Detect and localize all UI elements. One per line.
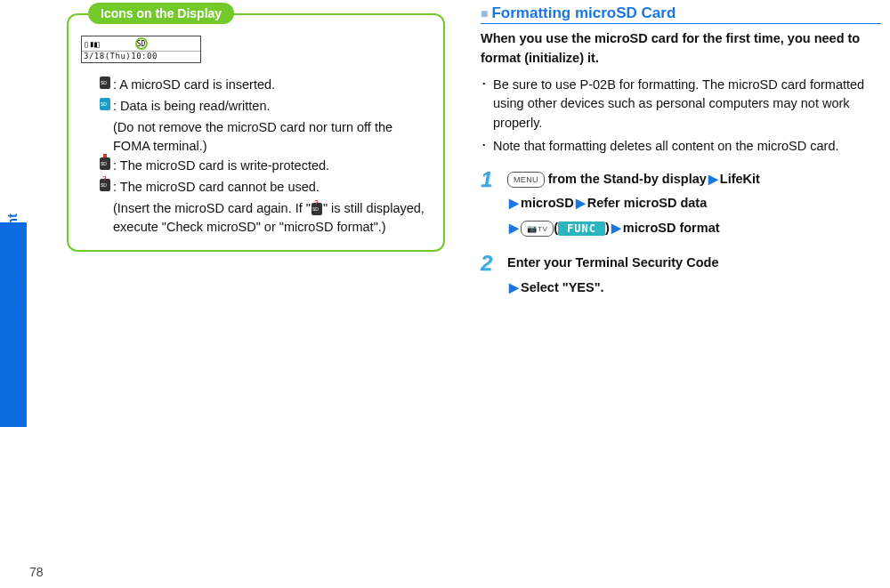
arrow-icon: ▶ [708,172,718,186]
step1-text1: from the Stand-by display [545,172,707,186]
legend-text: : The microSD card cannot be used. [113,178,431,197]
legend-sub: (Do not remove the microSD card nor turn… [113,118,431,157]
page-number: 78 [29,565,44,579]
step2-line2: Select "YES". [521,280,604,294]
bullet-text: Be sure to use P-02B for formatting. The… [493,76,881,133]
section-heading: ■Formatting microSD Card [481,4,881,24]
step-1: 1 from the Stand-by display▶LifeKit ▶mic… [481,167,881,241]
right-column: ■Formatting microSD Card When you use th… [481,4,881,309]
sd-error-inline-icon [312,203,322,215]
step2-line1: Enter your Terminal Security Code [507,255,718,270]
icon-legend: : A microSD card is inserted. : Data is … [97,76,431,238]
step1-lifekit: LifeKit [720,172,760,186]
bullet-dot: ･ [481,76,493,133]
step1-format: microSD format [623,221,720,235]
sd-inserted-icon [97,76,113,95]
sd-error-icon [97,178,113,197]
legend-sub: (Insert the microSD card again. If "" is… [113,199,431,238]
sd-highlighted-icon: SD [135,37,148,50]
side-section-label: More Convenient [4,213,20,322]
sd-readwrite-icon [97,97,113,117]
step1-microsd: microSD [521,196,574,210]
bullet-dot: ･ [481,137,493,157]
step1-refer: Refer microSD data [587,196,708,210]
step-2: 2 Enter your Terminal Security Code ▶Sel… [481,251,881,300]
func-pill: FUNC [558,222,605,236]
bullet-item: ･ Be sure to use P-02B for formatting. T… [481,76,881,133]
arrow-icon: ▶ [509,196,519,210]
step-number-1: 1 [481,167,504,192]
bullet-item: ･ Note that formatting deletes all conte… [481,137,881,157]
arrow-icon: ▶ [509,280,519,294]
left-column: Icons on the Display ▯▮◧ SD 3/18(Thu)10:… [67,4,445,252]
arrow-icon: ▶ [576,196,586,210]
legend-text: : The microSD card is write-protected. [113,157,431,176]
phone-display-mock: ▯▮◧ SD 3/18(Thu)10:00 [81,36,201,63]
camera-key-icon [521,221,554,237]
legend-text: : A microSD card is inserted. [113,76,431,95]
display-datetime: 3/18(Thu)10:00 [82,52,200,62]
box-title: Icons on the Display [88,3,234,24]
icons-on-display-box: Icons on the Display ▯▮◧ SD 3/18(Thu)10:… [67,13,445,252]
step-number-2: 2 [481,251,504,276]
signal-icons: ▯▮◧ [84,39,100,49]
arrow-icon: ▶ [509,221,519,235]
intro-text: When you use the microSD card for the ﬁr… [481,29,881,68]
heading-text: Formatting microSD Card [491,4,676,21]
bullet-text: Note that formatting deletes all content… [493,137,838,157]
legend-sub-prefix: (Insert the microSD card again. If " [113,201,311,215]
side-tab-gray [0,427,27,525]
heading-square-icon: ■ [481,6,488,20]
arrow-icon: ▶ [611,221,621,235]
legend-text: : Data is being read/written. [113,97,431,117]
menu-key-icon [507,172,545,188]
